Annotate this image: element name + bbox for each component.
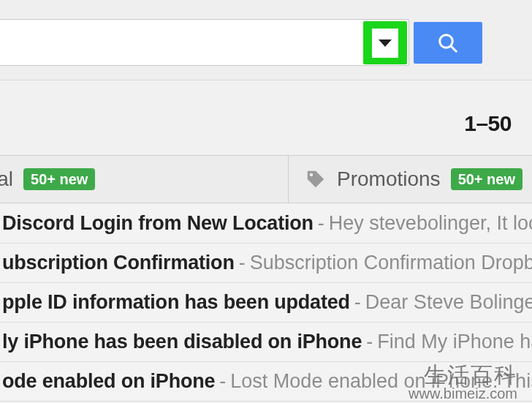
watermark: 生活百科 www.bimeiz.com xyxy=(408,364,517,402)
email-snippet: Subscription Confirmation Dropbox xyxy=(250,252,532,274)
caret-down-icon xyxy=(379,39,392,47)
email-row[interactable]: ubscription Confirmation - Subscription … xyxy=(0,244,532,283)
email-separator: - xyxy=(219,370,226,393)
email-subject: ly iPhone has been disabled on iPhone xyxy=(2,331,362,353)
email-snippet: Dear Steve Bolinger, xyxy=(365,291,532,314)
svg-point-2 xyxy=(310,173,314,177)
search-icon xyxy=(437,32,459,54)
email-subject: ubscription Confirmation xyxy=(2,252,235,274)
email-separator: - xyxy=(366,331,373,353)
email-separator: - xyxy=(318,212,324,235)
pagination-count: 1–50 xyxy=(464,111,512,136)
search-input[interactable] xyxy=(0,19,409,66)
email-row[interactable]: Discord Login from New Location - Hey st… xyxy=(0,204,532,244)
tag-icon xyxy=(305,168,327,190)
divider xyxy=(0,80,532,80)
gmail-viewport: 1–50 ial 50+ new Promotions 50+ new Disc… xyxy=(0,0,532,403)
watermark-line1: 生活百科 xyxy=(408,364,517,387)
search-bar-area xyxy=(0,0,532,80)
search-options-dropdown[interactable] xyxy=(372,29,398,58)
email-row[interactable]: ly iPhone has been disabled on iPhone - … xyxy=(0,323,532,362)
email-subject: Discord Login from New Location xyxy=(2,212,314,235)
search-button[interactable] xyxy=(414,22,482,64)
email-separator: - xyxy=(239,252,246,274)
tab-promotions-badge: 50+ new xyxy=(451,168,522,190)
email-row[interactable]: pple ID information has been updated - D… xyxy=(0,283,532,323)
tab-social-badge: 50+ new xyxy=(23,168,95,190)
email-snippet: Find My iPhone has xyxy=(377,331,532,353)
tab-promotions[interactable]: Promotions 50+ new xyxy=(289,156,532,203)
email-subject: ode enabled on iPhone xyxy=(2,370,215,393)
tab-promotions-label: Promotions xyxy=(337,167,441,191)
svg-line-1 xyxy=(451,45,457,51)
email-snippet: Hey stevebolinger, It looks like xyxy=(329,212,532,235)
email-subject: pple ID information has been updated xyxy=(2,291,350,314)
tab-social[interactable]: ial 50+ new xyxy=(0,156,289,203)
tab-social-label: ial xyxy=(0,167,13,191)
search-options-highlight xyxy=(363,21,407,64)
category-tabs: ial 50+ new Promotions 50+ new xyxy=(0,155,532,203)
watermark-line2: www.bimeiz.com xyxy=(408,386,517,402)
email-separator: - xyxy=(354,291,361,314)
